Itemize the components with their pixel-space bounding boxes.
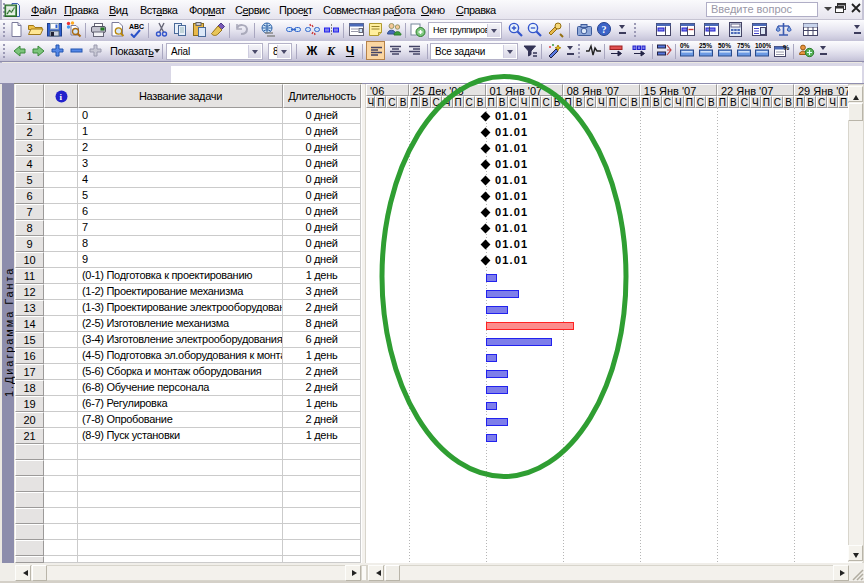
svg-text:ABC: ABC	[129, 23, 144, 30]
svg-text:%: %	[783, 44, 790, 51]
svg-text:25%: 25%	[699, 42, 712, 49]
svg-text:0%: 0%	[680, 42, 690, 49]
svg-text:50%: 50%	[718, 42, 731, 49]
svg-text:100%: 100%	[755, 42, 771, 49]
svg-text:75%: 75%	[737, 42, 750, 49]
svg-text:?: ?	[602, 24, 607, 35]
